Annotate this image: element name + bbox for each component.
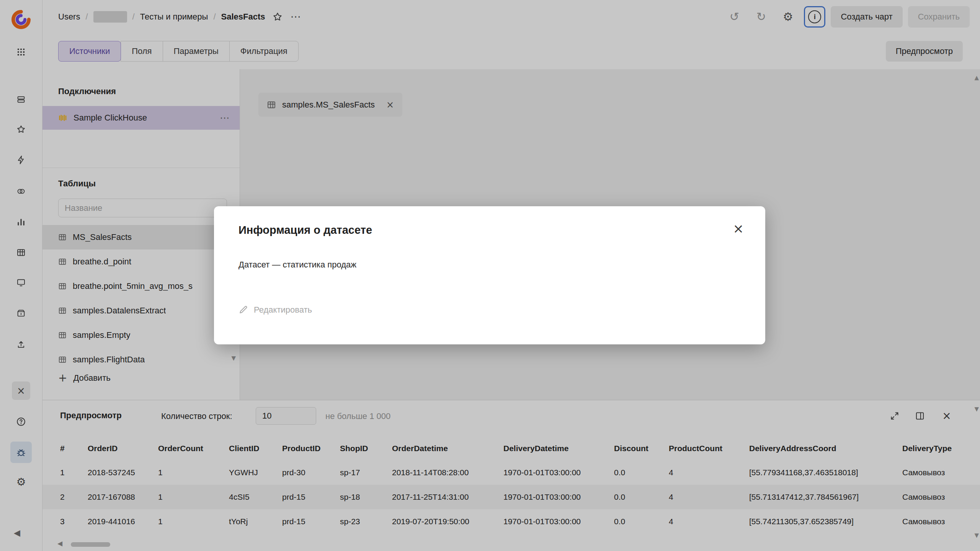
modal-title: Информация о датасете (238, 224, 372, 236)
modal-close-icon[interactable]: × (731, 222, 746, 235)
edit-description-label: Редактировать (254, 305, 312, 315)
page-stage: { "colors": { "accent_purple": "#5f4ba8"… (0, 0, 980, 551)
dataset-info-modal: Информация о датасете × Датасет — статис… (214, 206, 765, 344)
pencil-icon (238, 305, 248, 315)
dataset-description: Датасет — статистика продаж (238, 260, 356, 270)
edit-description-button[interactable]: Редактировать (238, 305, 312, 315)
